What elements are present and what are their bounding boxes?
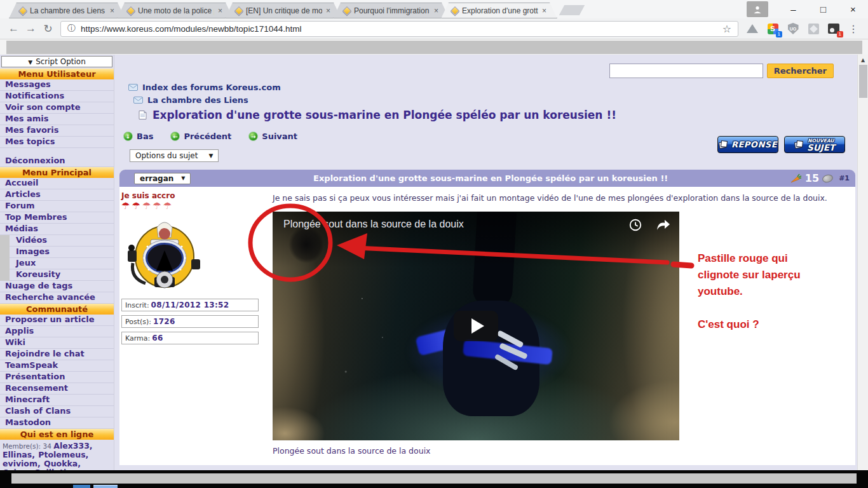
online-member[interactable]: Ptolemeus, <box>38 450 88 459</box>
back-icon[interactable]: ← <box>5 22 22 35</box>
gray-bar-inner <box>6 41 862 54</box>
profile-avatar-button[interactable] <box>747 1 768 17</box>
sidebar-item-proposer-un-article[interactable]: Proposer un article <box>0 315 114 326</box>
sidebar-item-wiki[interactable]: Wiki <box>0 337 114 349</box>
carrot-icon <box>790 173 802 183</box>
browser-tab-3[interactable]: [EN] Un critique de mode × <box>225 3 341 18</box>
sidebar-item-messages[interactable]: Messages <box>0 79 114 91</box>
video-caption-link[interactable]: Plongée sout dans la source de la douix <box>273 446 849 456</box>
breadcrumb-root[interactable]: Index des forums Koreus.com <box>128 83 857 92</box>
new-tab-button[interactable] <box>559 5 585 15</box>
author-select[interactable]: erragan ▼ <box>134 173 191 184</box>
s-extension-icon[interactable]: S 1 <box>766 22 779 35</box>
watch-later-clock-icon[interactable] <box>628 218 642 232</box>
tab-close-icon[interactable]: × <box>542 6 546 15</box>
tab-close-icon[interactable]: × <box>218 6 222 15</box>
sidebar-item-minecraft[interactable]: Minecraft <box>0 395 114 406</box>
maximize-button[interactable]: □ <box>808 4 838 15</box>
page-info-icon[interactable]: ⓘ <box>67 23 76 34</box>
sidebar-item-teamspeak[interactable]: TeamSpeak <box>0 360 114 372</box>
koreus-favicon <box>234 6 243 15</box>
address-bar[interactable]: ⓘ https://www.koreus.com/modules/newbb/t… <box>60 21 738 37</box>
nav-link-suivant[interactable]: → Suivant <box>248 132 297 141</box>
reply-button[interactable]: REPONSE <box>717 136 778 153</box>
tab-close-icon[interactable]: × <box>326 6 330 15</box>
online-member[interactable]: Alex333, <box>53 441 92 451</box>
pdf-extension-icon[interactable] <box>807 22 820 35</box>
chrome-menu-icon[interactable]: ⋮ <box>848 23 859 35</box>
scrollbar-thumb[interactable] <box>859 65 867 98</box>
online-member[interactable]: Quokka, <box>44 459 81 468</box>
bookmark-star-icon[interactable]: ☆ <box>722 23 731 35</box>
scrollbar-up-arrow[interactable]: ▲ <box>858 55 868 65</box>
sidebar-item-medias[interactable]: Médias <box>0 224 114 235</box>
sidebar-item-images[interactable]: Images <box>10 247 114 258</box>
sidebar-item-presentation[interactable]: Présentation <box>0 372 114 383</box>
minimize-button[interactable]: – <box>778 4 808 15</box>
sidebar-item-clash-of-clans[interactable]: Clash of Clans <box>0 406 114 417</box>
script-option-label: Script Option <box>36 57 86 66</box>
close-button[interactable]: × <box>838 4 868 15</box>
search-bar: Rechercher <box>609 64 834 78</box>
section-header-qui-est-en-ligne: Qui est en ligne <box>0 429 114 440</box>
breadcrumb-forum[interactable]: La chambre des Liens <box>133 95 857 105</box>
search-button[interactable]: Rechercher <box>767 64 834 78</box>
script-option-toggle[interactable]: ▼Script Option <box>1 56 112 67</box>
sidebar-item-koreusity[interactable]: Koreusity <box>10 269 114 281</box>
page-scrollbar[interactable]: ▲ <box>857 55 868 470</box>
sidebar-item-articles[interactable]: Articles <box>0 189 114 201</box>
url-text[interactable]: https://www.koreus.com/modules/newbb/top… <box>81 24 717 34</box>
reload-icon[interactable]: ↻ <box>39 22 57 36</box>
browser-tab-4[interactable]: Pourquoi l'immigration n × <box>333 3 449 18</box>
browser-tab-5-active[interactable]: Exploration d'une grotte × <box>441 3 557 18</box>
breadcrumb-forum-label[interactable]: La chambre des Liens <box>147 95 248 105</box>
browser-tab-1[interactable]: La chambre des Liens - F × <box>9 3 125 18</box>
sidebar-item-notifications[interactable]: Notifications <box>0 91 114 102</box>
video-title[interactable]: Plongée sout dans la source de la douix <box>283 219 464 230</box>
sidebar-item-voir-son-compte[interactable]: Voir son compte <box>0 102 114 114</box>
new-topic-button[interactable]: NOUVEAU SUJET <box>784 136 845 153</box>
share-arrow-icon[interactable] <box>656 219 671 231</box>
sidebar-item-mes-amis[interactable]: Mes amis <box>0 114 114 125</box>
forward-icon[interactable]: → <box>22 22 39 35</box>
nav-suivant-label[interactable]: Suivant <box>262 132 297 141</box>
dark-extension-icon[interactable]: 1 <box>827 22 840 35</box>
sidebar-item-top-membres[interactable]: Top Membres <box>0 212 114 224</box>
sidebar-item-applis[interactable]: Applis <box>0 326 114 337</box>
sidebar-item-rejoindre-le-chat[interactable]: Rejoindre le chat <box>0 349 114 360</box>
search-input[interactable] <box>609 64 763 78</box>
online-members-count: 34 <box>43 442 51 450</box>
sidebar-item-mes-topics[interactable]: Mes topics <box>0 137 114 148</box>
tab-close-icon[interactable]: × <box>434 6 438 15</box>
video-corner-icons <box>628 218 671 232</box>
nav-precedent-label[interactable]: Précédent <box>184 132 231 141</box>
online-member[interactable]: Ellinas, <box>3 450 35 459</box>
sidebar-item-accueil[interactable]: Accueil <box>0 178 114 189</box>
youtube-video-embed[interactable]: Plongée sout dans la source de la douix <box>273 212 679 440</box>
sidebar-item-mes-favoris[interactable]: Mes favoris <box>0 125 114 137</box>
sidebar-item-videos[interactable]: Vidéos <box>10 235 114 247</box>
drive-extension-icon[interactable] <box>746 22 759 35</box>
breadcrumb-root-label[interactable]: Index des forums Koreus.com <box>142 83 281 92</box>
post-number: #1 <box>839 174 850 182</box>
ublock-extension-icon[interactable]: UO <box>787 22 799 35</box>
nav-link-bas[interactable]: ↓ Bas <box>123 132 153 141</box>
browser-tab-2[interactable]: Une moto de la police pr × <box>117 3 233 18</box>
sidebar-item-mastodon[interactable]: Mastodon <box>0 417 114 429</box>
topic-options-select[interactable]: Options du sujet ▼ <box>130 149 219 162</box>
play-button[interactable] <box>454 311 498 341</box>
nav-link-precedent[interactable]: ← Précédent <box>170 132 231 141</box>
envelope-icon <box>133 97 143 104</box>
nav-bas-label[interactable]: Bas <box>137 132 153 141</box>
sidebar-item-deconnexion[interactable]: Déconnexion <box>0 156 114 167</box>
sidebar-item-nuage-de-tags[interactable]: Nuage de tags <box>0 281 114 292</box>
sidebar-item-jeux[interactable]: Jeux <box>10 258 114 269</box>
taskbar-icon-sliver <box>93 485 118 488</box>
window-controls: – □ × <box>747 0 868 18</box>
online-member[interactable]: eviviom, <box>3 459 41 468</box>
sidebar-item-recherche-avancee[interactable]: Recherche avancée <box>0 292 114 304</box>
section-header-communaute: Communauté <box>0 304 114 315</box>
sidebar-item-recensement[interactable]: Recensement <box>0 383 114 395</box>
tab-close-icon[interactable]: × <box>110 6 114 15</box>
sidebar-item-forum[interactable]: Forum <box>0 201 114 212</box>
